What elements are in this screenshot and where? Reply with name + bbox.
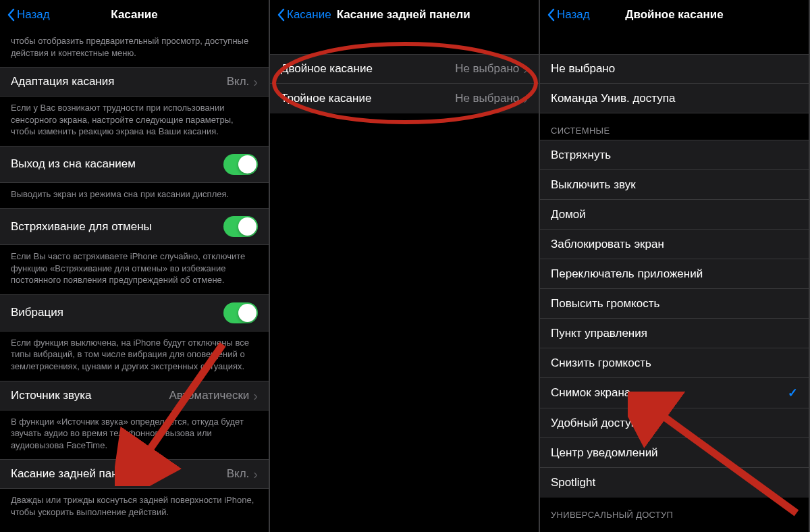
footer-vibe: Если функция выключена, на iPhone будут … bbox=[0, 331, 269, 381]
chevron-right-icon: › bbox=[523, 92, 528, 105]
row-touch-accommodations[interactable]: Адаптация касания Вкл. › bbox=[0, 67, 269, 97]
row-system-option[interactable]: Домой bbox=[540, 200, 809, 230]
navbar: Касание Касание задней панели bbox=[270, 0, 539, 30]
row-vibration[interactable]: Вибрация bbox=[0, 294, 269, 331]
row-label: Повысить громкость bbox=[551, 297, 659, 311]
row-label: Переключатель приложений bbox=[551, 267, 703, 281]
row-system-option[interactable]: Встряхнуть bbox=[540, 140, 809, 170]
row-audio-source[interactable]: Источник звука Автоматически › bbox=[0, 381, 269, 410]
chevron-right-icon: › bbox=[253, 389, 258, 402]
row-label: Источник звука bbox=[11, 389, 92, 402]
back-button[interactable]: Назад bbox=[543, 8, 594, 22]
chevron-left-icon bbox=[7, 8, 15, 22]
screen-touch-settings: Назад Касание чтобы отобразить предварит… bbox=[0, 0, 270, 532]
row-value: Вкл. › bbox=[227, 75, 258, 88]
row-label: Выключить звук bbox=[551, 178, 636, 192]
screen-double-tap-options: Назад Двойное касание Не выбрано Команда… bbox=[540, 0, 810, 532]
back-label: Касание bbox=[287, 8, 331, 22]
footer-adapt: Если у Вас возникают трудности при испол… bbox=[0, 97, 269, 146]
section-header-accessibility: УНИВЕРСАЛЬНЫЙ ДОСТУП bbox=[540, 498, 809, 524]
row-label: Удобный доступ bbox=[551, 417, 637, 430]
checkmark-icon: ✓ bbox=[788, 385, 798, 400]
navbar: Назад Двойное касание bbox=[540, 0, 809, 30]
row-label: Выход из сна касанием bbox=[11, 157, 136, 171]
footer-wake: Выводить экран из режима сна при касании… bbox=[0, 183, 269, 209]
row-system-option[interactable]: Снимок экрана✓ bbox=[540, 378, 809, 408]
row-option-accessibility-shortcut[interactable]: Команда Унив. доступа bbox=[540, 84, 809, 113]
chevron-right-icon: › bbox=[253, 467, 258, 481]
row-system-option[interactable]: Снизить громкость bbox=[540, 348, 809, 378]
row-system-option[interactable]: Spotlight bbox=[540, 468, 809, 498]
row-label: Снизить громкость bbox=[551, 356, 651, 370]
row-value: Не выбрано › bbox=[455, 92, 528, 105]
row-system-option[interactable]: Пункт управления bbox=[540, 319, 809, 348]
row-label: Домой bbox=[551, 208, 586, 221]
row-tap-to-wake[interactable]: Выход из сна касанием bbox=[0, 146, 269, 183]
chevron-right-icon: › bbox=[253, 75, 258, 88]
toggle-on[interactable] bbox=[223, 302, 258, 323]
row-triple-tap[interactable]: Тройное касание Не выбрано › bbox=[270, 84, 539, 113]
system-options-list: ВстряхнутьВыключить звукДомойЗаблокирова… bbox=[540, 140, 809, 498]
row-value: Не выбрано › bbox=[455, 62, 528, 76]
row-back-tap[interactable]: Касание задней панели Вкл. › bbox=[0, 459, 269, 489]
back-button[interactable]: Касание bbox=[273, 8, 335, 22]
row-value: Вкл. › bbox=[227, 467, 258, 481]
toggle-on[interactable] bbox=[223, 216, 258, 237]
row-system-option[interactable]: Удобный доступ bbox=[540, 408, 809, 438]
row-label: Центр уведомлений bbox=[551, 446, 658, 460]
row-shake-undo[interactable]: Встряхивание для отмены bbox=[0, 208, 269, 245]
row-label: Вибрация bbox=[11, 306, 63, 319]
row-label: Встряхнуть bbox=[551, 149, 611, 162]
row-system-option[interactable]: Переключатель приложений bbox=[540, 259, 809, 289]
row-label: Касание задней панели bbox=[11, 467, 137, 481]
row-label: Тройное касание bbox=[281, 92, 371, 105]
footer-shake: Если Вы часто встряхиваете iPhone случай… bbox=[0, 245, 269, 294]
row-value: Автоматически › bbox=[169, 389, 258, 402]
row-label: Снимок экрана bbox=[551, 386, 630, 400]
footer-audio: В функции «Источник звука» определяется,… bbox=[0, 410, 269, 460]
row-label: Двойное касание bbox=[281, 62, 373, 76]
row-system-option[interactable]: Выключить звук bbox=[540, 170, 809, 200]
row-label: Не выбрано bbox=[551, 62, 615, 76]
section-header-system: СИСТЕМНЫЕ bbox=[540, 113, 809, 140]
navbar: Назад Касание bbox=[0, 0, 269, 30]
row-system-option[interactable]: Повысить громкость bbox=[540, 289, 809, 319]
chevron-right-icon: › bbox=[523, 62, 528, 76]
row-double-tap[interactable]: Двойное касание Не выбрано › bbox=[270, 54, 539, 84]
intro-footer: чтобы отобразить предварительный просмот… bbox=[0, 30, 269, 67]
row-option-none[interactable]: Не выбрано bbox=[540, 54, 809, 84]
row-system-option[interactable]: Заблокировать экран bbox=[540, 230, 809, 259]
row-label: Команда Унив. доступа bbox=[551, 92, 675, 105]
row-system-option[interactable]: Центр уведомлений bbox=[540, 438, 809, 468]
back-button[interactable]: Назад bbox=[3, 8, 54, 22]
screen-back-tap: Касание Касание задней панели Двойное ка… bbox=[270, 0, 540, 532]
chevron-left-icon bbox=[547, 8, 555, 22]
toggle-on[interactable] bbox=[223, 154, 258, 175]
row-label: Заблокировать экран bbox=[551, 238, 664, 251]
row-label: Адаптация касания bbox=[11, 75, 114, 88]
row-label: Встряхивание для отмены bbox=[11, 220, 152, 234]
footer-backtap: Дважды или трижды коснуться задней повер… bbox=[0, 489, 269, 526]
back-label: Назад bbox=[557, 8, 590, 22]
row-label: Spotlight bbox=[551, 476, 595, 489]
page-title: Касание задней панели bbox=[337, 8, 470, 22]
back-label: Назад bbox=[17, 8, 50, 22]
chevron-left-icon bbox=[277, 8, 285, 22]
row-label: Пункт управления bbox=[551, 327, 647, 340]
